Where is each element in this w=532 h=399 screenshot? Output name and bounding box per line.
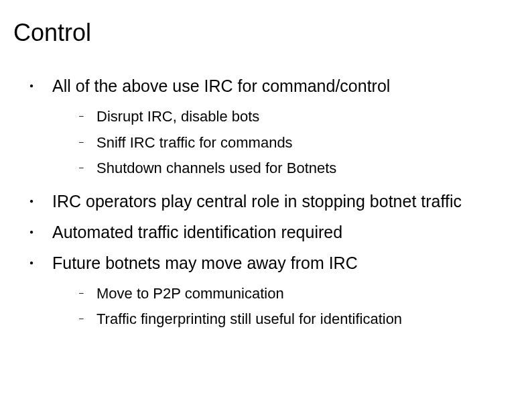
sub-list-item-text: Disrupt IRC, disable bots bbox=[96, 108, 259, 125]
list-item: All of the above use IRC for command/con… bbox=[29, 75, 519, 178]
list-item-text: Automated traffic identification require… bbox=[52, 223, 342, 241]
sub-list-item: Move to P2P communication bbox=[79, 284, 519, 304]
list-item-text: All of the above use IRC for command/con… bbox=[52, 76, 390, 95]
sub-list-item: Sniff IRC traffic for commands bbox=[79, 133, 519, 153]
sub-list: Disrupt IRC, disable bots Sniff IRC traf… bbox=[79, 107, 519, 178]
list-item-text: IRC operators play central role in stopp… bbox=[52, 192, 462, 211]
sub-list-item-text: Move to P2P communication bbox=[96, 285, 284, 302]
sub-list-item-text: Sniff IRC traffic for commands bbox=[96, 134, 293, 151]
list-item: Automated traffic identification require… bbox=[29, 221, 519, 243]
sub-list-item: Disrupt IRC, disable bots bbox=[79, 107, 519, 127]
list-item: IRC operators play central role in stopp… bbox=[29, 190, 519, 212]
slide-title: Control bbox=[13, 19, 519, 47]
sub-list-item-text: Traffic fingerprinting still useful for … bbox=[96, 310, 402, 327]
list-item: Future botnets may move away from IRC Mo… bbox=[29, 252, 519, 329]
list-item-text: Future botnets may move away from IRC bbox=[52, 253, 358, 272]
sub-list-item-text: Shutdown channels used for Botnets bbox=[96, 160, 336, 176]
sub-list: Move to P2P communication Traffic finger… bbox=[79, 284, 519, 329]
bullet-list: All of the above use IRC for command/con… bbox=[29, 75, 519, 329]
sub-list-item: Traffic fingerprinting still useful for … bbox=[79, 310, 519, 329]
slide: Control All of the above use IRC for com… bbox=[0, 0, 532, 399]
sub-list-item: Shutdown channels used for Botnets bbox=[79, 159, 519, 178]
